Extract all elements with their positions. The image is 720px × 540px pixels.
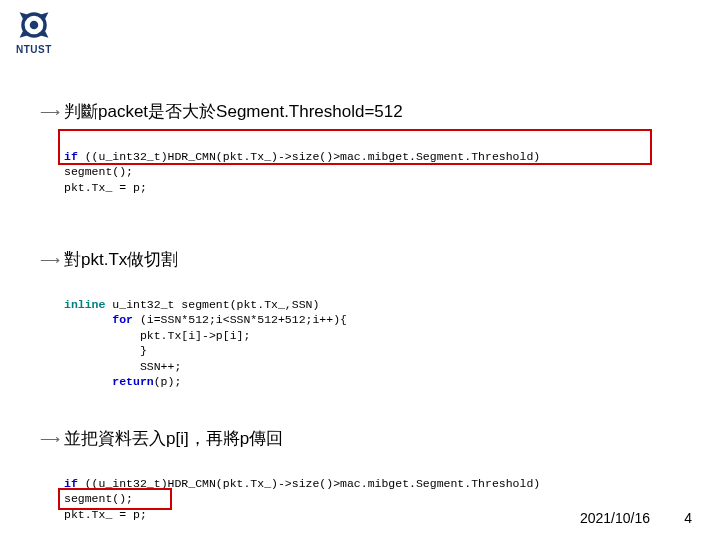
footer-date: 2021/10/16 — [580, 510, 650, 526]
code3-l1: if ((u_int32_t)HDR_CMN(pkt.Tx_)->size()>… — [64, 477, 540, 490]
bullet-2: ⟶ 對pkt.Tx做切割 — [40, 248, 680, 271]
slide-content: ⟶ 判斷packet是否大於Segment.Threshold=512 if (… — [40, 100, 680, 540]
code-block-2: inline u_int32_t segment(pkt.Tx_,SSN) fo… — [64, 281, 680, 405]
logo-text: NTUST — [16, 44, 52, 55]
code-block-3: if ((u_int32_t)HDR_CMN(pkt.Tx_)->size()>… — [64, 460, 680, 540]
code2-l3: pkt.Tx[i]->p[i]; — [64, 329, 250, 342]
kw-for: for — [64, 313, 133, 326]
code1-l3: pkt.Tx_ = p; — [64, 181, 147, 194]
svg-point-1 — [30, 21, 39, 30]
footer-page: 4 — [684, 510, 692, 526]
code2-l6: return(p); — [64, 375, 181, 388]
bullet-3-text: 並把資料丟入p[i]，再將p傳回 — [64, 427, 283, 450]
code3-l2: segment(); — [64, 492, 133, 505]
bullet-icon: ⟶ — [40, 252, 64, 268]
bullet-icon: ⟶ — [40, 431, 64, 447]
code3-l3: pkt.Tx_ = p; — [64, 508, 147, 521]
kw-return: return — [64, 375, 154, 388]
kw-if: if — [64, 477, 78, 490]
code2-l4: } — [64, 344, 147, 357]
bullet-2-text: 對pkt.Tx做切割 — [64, 248, 178, 271]
kw-inline: inline — [64, 298, 105, 311]
code2-l2: for (i=SSN*512;i<SSN*512+512;i++){ — [64, 313, 347, 326]
code-block-1: if ((u_int32_t)HDR_CMN(pkt.Tx_)->size()>… — [64, 133, 680, 226]
code1-l2: segment(); — [64, 165, 133, 178]
code2-l1: inline u_int32_t segment(pkt.Tx_,SSN) — [64, 298, 319, 311]
bullet-icon: ⟶ — [40, 104, 64, 120]
logo-icon — [17, 8, 51, 42]
code1-l1: if ((u_int32_t)HDR_CMN(pkt.Tx_)->size()>… — [64, 150, 540, 163]
bullet-3: ⟶ 並把資料丟入p[i]，再將p傳回 — [40, 427, 680, 450]
bullet-1-text: 判斷packet是否大於Segment.Threshold=512 — [64, 100, 403, 123]
code2-l5: SSN++; — [64, 360, 181, 373]
ntust-logo: NTUST — [16, 8, 52, 55]
kw-if: if — [64, 150, 78, 163]
bullet-1: ⟶ 判斷packet是否大於Segment.Threshold=512 — [40, 100, 680, 123]
